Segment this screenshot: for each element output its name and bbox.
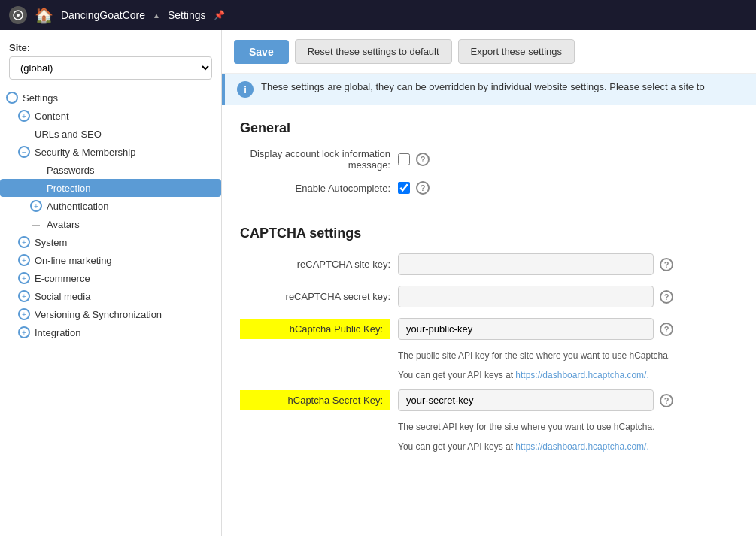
sidebar-item-avatars[interactable]: Avatars bbox=[0, 215, 221, 233]
sidebar-item-label: Settings bbox=[23, 92, 58, 104]
sidebar-item-ecommerce[interactable]: + E-commerce bbox=[0, 269, 221, 287]
reset-button[interactable]: Reset these settings to default bbox=[295, 39, 452, 64]
sidebar-item-label: Authentication bbox=[47, 201, 108, 212]
display-account-lock-label: Display account lock informationmessage: bbox=[240, 148, 390, 171]
sidebar-item-social-media[interactable]: + Social media bbox=[0, 287, 221, 305]
home-icon[interactable]: 🏠 bbox=[35, 6, 53, 24]
minus-icon: − bbox=[18, 146, 30, 158]
minus-icon: − bbox=[6, 92, 18, 104]
sidebar-item-urls-seo[interactable]: URLs and SEO bbox=[0, 125, 221, 143]
dash-icon bbox=[30, 182, 42, 194]
save-button[interactable]: Save bbox=[234, 40, 289, 64]
recaptcha-site-key-input[interactable] bbox=[398, 253, 654, 275]
plus-icon: + bbox=[18, 308, 30, 320]
help-icon[interactable]: ? bbox=[660, 290, 673, 304]
sidebar-item-online-marketing[interactable]: + On-line marketing bbox=[0, 251, 221, 269]
hcaptcha-secret-key-label: hCaptcha Secret Key: bbox=[240, 390, 390, 410]
sidebar-item-authentication[interactable]: + Authentication bbox=[0, 197, 221, 215]
hcaptcha-public-key-desc1: The public site API key for the site whe… bbox=[398, 350, 738, 361]
display-account-lock-row: Display account lock informationmessage:… bbox=[240, 148, 738, 171]
sidebar-item-label: URLs and SEO bbox=[35, 129, 102, 140]
hcaptcha-public-key-desc2-text: You can get your API keys at bbox=[398, 370, 513, 380]
recaptcha-secret-key-row: reCAPTCHA secret key: ? bbox=[240, 286, 738, 307]
breadcrumb-arrow: ▲ bbox=[153, 11, 160, 20]
divider bbox=[240, 210, 738, 210]
sidebar-item-content[interactable]: + Content bbox=[0, 107, 221, 125]
site-dropdown[interactable]: (global) bbox=[9, 56, 212, 80]
help-icon[interactable]: ? bbox=[416, 153, 430, 166]
sidebar-item-label: Social media bbox=[35, 291, 90, 302]
recaptcha-secret-key-input[interactable] bbox=[398, 286, 654, 307]
hcaptcha-secret-key-desc2-text: You can get your API keys at bbox=[398, 441, 513, 452]
recaptcha-secret-key-label: reCAPTCHA secret key: bbox=[240, 291, 390, 302]
dash-icon bbox=[18, 128, 30, 140]
main-layout: Site: (global) − Settings + Content URLs… bbox=[0, 30, 756, 536]
hcaptcha-secret-key-desc2: You can get your API keys at https://das… bbox=[398, 441, 738, 452]
general-title: General bbox=[240, 120, 738, 136]
plus-icon: + bbox=[18, 326, 30, 338]
toolbar: Save Reset these settings to default Exp… bbox=[222, 30, 756, 74]
sidebar-item-label: Avatars bbox=[47, 219, 80, 230]
hcaptcha-public-key-link[interactable]: https://dashboard.hcaptcha.com/. bbox=[515, 370, 648, 380]
sidebar-item-system[interactable]: + System bbox=[0, 233, 221, 251]
recaptcha-site-key-row: reCAPTCHA site key: ? bbox=[240, 253, 738, 275]
display-account-lock-checkbox[interactable] bbox=[398, 153, 410, 165]
recaptcha-site-key-label: reCAPTCHA site key: bbox=[240, 259, 390, 270]
hcaptcha-public-key-control: ? bbox=[398, 318, 673, 340]
hcaptcha-secret-key-row: hCaptcha Secret Key: ? bbox=[240, 389, 738, 411]
settings-label: Settings bbox=[168, 9, 206, 21]
dash-icon bbox=[30, 218, 42, 230]
hcaptcha-secret-key-input[interactable] bbox=[398, 389, 654, 411]
plus-icon: + bbox=[18, 254, 30, 266]
hcaptcha-secret-key-desc1: The secret API key for the site where yo… bbox=[398, 422, 738, 432]
display-account-lock-control: ? bbox=[398, 153, 430, 166]
info-icon: i bbox=[237, 81, 254, 98]
pin-icon: 📌 bbox=[214, 10, 225, 20]
site-label: Site: bbox=[9, 42, 212, 53]
enable-autocomplete-row: Enable Autocomplete: ? bbox=[240, 181, 738, 195]
topbar: 🏠 DancingGoatCore ▲ Settings 📌 bbox=[0, 0, 756, 30]
hcaptcha-public-key-input[interactable] bbox=[398, 318, 654, 340]
hcaptcha-public-key-label: hCaptcha Public Key: bbox=[240, 319, 390, 339]
plus-icon: + bbox=[18, 110, 30, 122]
sidebar-item-label: On-line marketing bbox=[35, 255, 112, 266]
sidebar-item-security-membership[interactable]: − Security & Membership bbox=[0, 143, 221, 161]
sidebar-item-label: Content bbox=[35, 111, 69, 122]
sidebar-item-label: E-commerce bbox=[35, 273, 90, 284]
sidebar: Site: (global) − Settings + Content URLs… bbox=[0, 30, 222, 536]
sidebar-item-label: Versioning & Synchronization bbox=[35, 309, 162, 320]
info-banner: i These settings are global, they can be… bbox=[222, 74, 756, 105]
sidebar-item-label: System bbox=[35, 237, 67, 248]
sidebar-item-versioning[interactable]: + Versioning & Synchronization bbox=[0, 305, 221, 323]
help-icon[interactable]: ? bbox=[416, 181, 430, 195]
hcaptcha-public-key-desc2: You can get your API keys at https://das… bbox=[398, 370, 738, 380]
help-icon[interactable]: ? bbox=[660, 258, 673, 271]
main-content: Save Reset these settings to default Exp… bbox=[222, 30, 756, 536]
export-button[interactable]: Export these settings bbox=[458, 39, 575, 64]
sidebar-item-protection[interactable]: Protection bbox=[0, 179, 221, 197]
svg-point-1 bbox=[17, 14, 20, 17]
enable-autocomplete-label: Enable Autocomplete: bbox=[240, 183, 390, 194]
enable-autocomplete-control: ? bbox=[398, 181, 430, 195]
sidebar-item-label: Passwords bbox=[47, 165, 95, 176]
hcaptcha-secret-key-control: ? bbox=[398, 389, 673, 411]
sidebar-item-integration[interactable]: + Integration bbox=[0, 323, 221, 341]
info-text: These settings are global, they can be o… bbox=[261, 81, 705, 92]
dash-icon bbox=[30, 164, 42, 176]
plus-icon: + bbox=[18, 236, 30, 248]
sidebar-item-label: Security & Membership bbox=[35, 147, 135, 158]
captcha-title: CAPTCHA settings bbox=[240, 226, 738, 241]
sidebar-item-label: Integration bbox=[35, 327, 80, 338]
app-icon bbox=[9, 6, 27, 24]
sidebar-item-settings[interactable]: − Settings bbox=[0, 89, 221, 107]
plus-icon: + bbox=[30, 200, 42, 212]
help-icon[interactable]: ? bbox=[660, 394, 673, 407]
enable-autocomplete-checkbox[interactable] bbox=[398, 182, 410, 194]
plus-icon: + bbox=[18, 272, 30, 284]
sidebar-item-passwords[interactable]: Passwords bbox=[0, 161, 221, 179]
hcaptcha-public-key-row: hCaptcha Public Key: ? bbox=[240, 318, 738, 340]
plus-icon: + bbox=[18, 290, 30, 302]
site-name: DancingGoatCore bbox=[61, 9, 145, 21]
help-icon[interactable]: ? bbox=[660, 323, 673, 336]
hcaptcha-secret-key-link[interactable]: https://dashboard.hcaptcha.com/. bbox=[515, 441, 648, 452]
